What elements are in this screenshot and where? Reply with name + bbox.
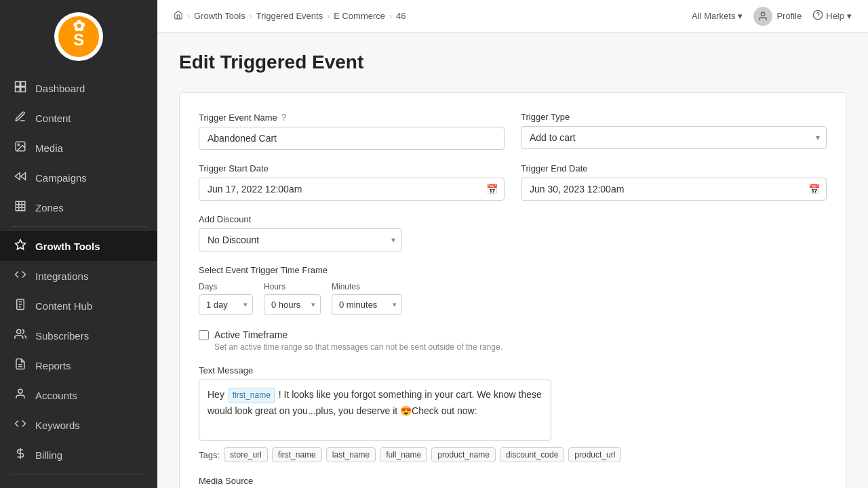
trigger-end-date-label: Trigger End Date — [521, 163, 827, 174]
timeframe-row: Days 1 day 2 days 3 days ▾ Hours — [199, 282, 827, 315]
svg-point-19 — [762, 12, 765, 16]
tag-product-url[interactable]: product_url — [568, 447, 621, 462]
tag-full-name[interactable]: full_name — [380, 447, 427, 462]
nav-divider-2 — [11, 474, 146, 474]
market-selector-label: All Markets — [692, 11, 735, 21]
active-timeframe-checkbox[interactable] — [199, 330, 209, 340]
text-message-preview[interactable]: Hey first_name ! It looks like you forgo… — [199, 380, 551, 441]
trigger-end-date-input[interactable] — [521, 178, 827, 201]
minutes-group: Minutes 0 minutes 15 minutes 30 minutes … — [332, 282, 402, 315]
sidebar-logo: S — [0, 0, 157, 70]
tags-row: Tags: store_url first_name last_name ful… — [199, 447, 827, 462]
sidebar-item-content-hub[interactable]: Content Hub — [0, 291, 157, 321]
market-selector-chevron: ▾ — [738, 11, 743, 21]
sidebar-item-campaigns-label: Campaigns — [35, 172, 87, 184]
sidebar-item-billing[interactable]: Billing — [0, 440, 157, 470]
minutes-label: Minutes — [332, 282, 402, 291]
minutes-select[interactable]: 0 minutes 15 minutes 30 minutes — [332, 294, 402, 315]
sidebar-item-integrations-label: Integrations — [35, 270, 88, 282]
sidebar-item-dashboard-label: Dashboard — [35, 83, 85, 94]
trigger-start-date-input[interactable] — [199, 178, 505, 201]
logo-icon: S — [58, 16, 99, 57]
breadcrumb-id[interactable]: 46 — [396, 11, 406, 21]
logo-circle: S — [54, 12, 103, 61]
breadcrumb: › Growth Tools › Triggered Events › E Co… — [174, 10, 406, 22]
inline-tag-firstname: first_name — [229, 388, 275, 403]
breadcrumb-growth-tools[interactable]: Growth Tools — [194, 11, 245, 21]
add-discount-select[interactable]: No Discount 10% Off 20% Off Free Shippin… — [199, 228, 402, 251]
svg-rect-1 — [21, 82, 26, 87]
tag-store-url[interactable]: store_url — [224, 447, 268, 462]
sidebar-item-campaigns[interactable]: Campaigns — [0, 163, 157, 192]
timeframe-section: Select Event Trigger Time Frame Days 1 d… — [199, 265, 827, 315]
trigger-name-help-icon[interactable]: ? — [281, 112, 287, 123]
trigger-type-label: Trigger Type — [521, 112, 827, 122]
add-discount-label: Add Discount — [199, 214, 402, 224]
sidebar-item-integrations[interactable]: Integrations — [0, 261, 157, 291]
profile-button[interactable]: Profile — [753, 7, 802, 26]
minutes-select-wrapper: 0 minutes 15 minutes 30 minutes ▾ — [332, 294, 402, 315]
breadcrumb-triggered-events[interactable]: Triggered Events — [256, 11, 323, 21]
svg-marker-7 — [21, 173, 26, 180]
sidebar-item-media-label: Media — [35, 142, 63, 154]
form-row-1: Trigger Event Name ? Trigger Type Add to… — [199, 112, 827, 150]
active-timeframe-row: Active Timeframe Set an active time rang… — [199, 329, 827, 352]
active-timeframe-label[interactable]: Active Timeframe — [214, 329, 288, 340]
form-row-2: Trigger Start Date 📅 Trigger End Date 📅 — [199, 163, 827, 201]
trigger-end-date-wrapper: 📅 — [521, 178, 827, 201]
keywords-icon — [14, 418, 27, 432]
trigger-start-date-wrapper: 📅 — [199, 178, 505, 201]
content-icon — [14, 110, 27, 125]
help-button[interactable]: Help ▾ — [812, 9, 852, 22]
active-timeframe-text: Active Timeframe Set an active time rang… — [214, 329, 502, 352]
text-message-label: Text Message — [199, 365, 827, 375]
trigger-event-name-input[interactable] — [199, 127, 505, 150]
sidebar-item-zones[interactable]: Zones — [0, 192, 157, 222]
hours-label: Hours — [264, 282, 321, 291]
sidebar-item-growth-tools[interactable]: Growth Tools — [0, 231, 157, 261]
hours-select-wrapper: 0 hours 1 hour 2 hours ▾ — [264, 294, 321, 315]
sidebar-item-content[interactable]: Content — [0, 103, 157, 133]
sidebar-item-keywords[interactable]: Keywords — [0, 410, 157, 440]
sidebar-item-media[interactable]: Media — [0, 133, 157, 163]
nav-divider-1 — [11, 226, 146, 227]
accounts-icon — [14, 388, 27, 403]
tag-discount-code[interactable]: discount_code — [500, 447, 564, 462]
sidebar-item-subscribers[interactable]: Subscribers — [0, 321, 157, 350]
tag-last-name[interactable]: last_name — [326, 447, 376, 462]
tag-product-name[interactable]: product_name — [431, 447, 496, 462]
content-hub-icon — [14, 298, 27, 313]
media-source-group: Media Source Upload image URL Media Libr… — [199, 476, 348, 488]
breadcrumb-ecommerce[interactable]: E Commerce — [334, 11, 385, 21]
tags-label: Tags: — [199, 450, 220, 460]
sidebar-nav: Dashboard Content Media Campaigns — [0, 70, 157, 481]
trigger-type-group: Trigger Type Add to cart Purchase View P… — [521, 112, 827, 150]
sidebar-item-accounts[interactable]: Accounts — [0, 380, 157, 410]
svg-marker-6 — [16, 173, 20, 180]
hours-select[interactable]: 0 hours 1 hour 2 hours — [264, 294, 321, 315]
tag-first-name[interactable]: first_name — [272, 447, 322, 462]
media-source-section: Media Source Upload image URL Media Libr… — [199, 476, 827, 488]
integrations-icon — [14, 268, 27, 283]
trigger-event-name-label: Trigger Event Name ? — [199, 112, 505, 123]
help-label: Help — [826, 11, 844, 21]
trigger-start-date-label: Trigger Start Date — [199, 163, 505, 174]
main-area: › Growth Tools › Triggered Events › E Co… — [157, 0, 868, 488]
logo-letter: S — [73, 30, 84, 49]
topbar-right: All Markets ▾ Profile Help ▾ — [692, 7, 852, 26]
sidebar-item-reports[interactable]: Reports — [0, 350, 157, 380]
days-select[interactable]: 1 day 2 days 3 days — [199, 294, 253, 315]
market-selector[interactable]: All Markets ▾ — [692, 11, 743, 21]
trigger-type-select-wrapper: Add to cart Purchase View Product ▾ — [521, 126, 827, 149]
breadcrumb-home[interactable] — [174, 10, 183, 22]
breadcrumb-sep-3: › — [327, 12, 330, 21]
sidebar-item-dashboard[interactable]: Dashboard — [0, 73, 157, 103]
add-discount-group: Add Discount No Discount 10% Off 20% Off… — [199, 214, 402, 251]
sidebar: S Dashboard Content Media — [0, 0, 157, 488]
subscribers-icon — [14, 328, 27, 343]
trigger-type-select[interactable]: Add to cart Purchase View Product — [521, 126, 827, 149]
help-icon — [812, 9, 823, 22]
sidebar-bottom: Settings — [0, 481, 157, 488]
svg-point-13 — [17, 329, 21, 333]
breadcrumb-sep-2: › — [250, 12, 252, 21]
